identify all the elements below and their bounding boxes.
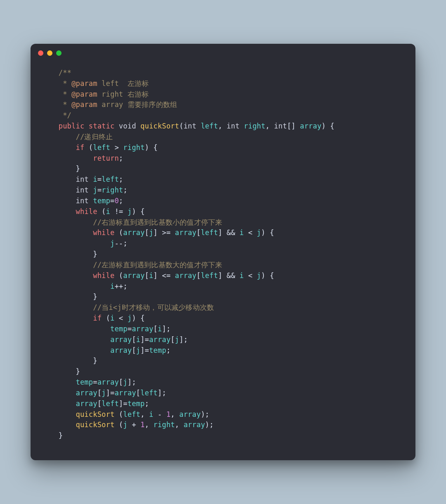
code-token: left: [201, 122, 218, 130]
code-line: temp=array[i];: [41, 325, 171, 333]
code-token: //右游标直到遇到比基数小的值才停下来: [93, 218, 222, 226]
code-line: array[i]=array[j];: [41, 335, 188, 344]
code-token: ;: [145, 399, 149, 408]
code-line: public static void quickSort(int left, i…: [41, 122, 334, 130]
code-token: i: [240, 228, 244, 237]
code-token: ;: [123, 186, 127, 194]
code-line: * @param array 需要排序的数组: [41, 100, 177, 109]
code-token: [41, 261, 93, 269]
code-token: [41, 154, 93, 162]
code-token: ) {: [261, 271, 274, 280]
code-token: i: [110, 314, 114, 322]
code-token: left: [201, 228, 218, 237]
code-line: array[left]=temp;: [41, 399, 149, 408]
code-token: ];: [158, 389, 166, 397]
code-token: [: [119, 378, 123, 386]
code-token: <: [244, 228, 257, 237]
code-token: i: [136, 335, 140, 344]
code-token: /**: [41, 69, 71, 77]
code-token: j: [257, 228, 261, 237]
code-token: [41, 133, 76, 141]
code-line: * @param left 左游标: [41, 79, 149, 88]
code-line: array[j]=temp;: [41, 346, 171, 354]
code-token: j: [149, 228, 153, 237]
code-token: [89, 175, 93, 183]
code-token: @param: [71, 100, 97, 109]
code-token: int: [227, 122, 240, 130]
code-token: int: [76, 186, 88, 194]
code-line: int i=left;: [41, 175, 123, 183]
code-token: =: [93, 378, 97, 386]
code-token: );: [201, 410, 209, 418]
code-token: -: [153, 410, 166, 418]
code-editor[interactable]: /** * @param left 左游标 * @param right 右游标…: [31, 62, 415, 460]
code-token: [197, 122, 201, 130]
code-line: * @param right 右游标: [41, 90, 149, 98]
code-token: *: [41, 90, 71, 98]
code-token: [41, 218, 93, 226]
code-token: [41, 378, 76, 386]
code-line: while (array[i] <= array[left] && i < j)…: [41, 271, 274, 280]
code-token: !=: [110, 207, 128, 216]
code-token: ] &&: [218, 228, 240, 237]
code-token: []: [287, 122, 300, 130]
code-token: [114, 122, 119, 130]
code-token: j: [128, 314, 132, 322]
code-line: quickSort (left, i - 1, array);: [41, 410, 209, 418]
code-token: j: [123, 378, 127, 386]
code-token: 0: [114, 197, 119, 205]
close-icon[interactable]: [38, 50, 43, 56]
code-token: array: [110, 346, 132, 354]
code-token: ,: [145, 421, 153, 429]
code-line: */: [41, 111, 71, 119]
code-token: static: [89, 122, 115, 130]
code-line: array[j]=array[left];: [41, 389, 166, 397]
code-token: (: [114, 410, 123, 418]
code-token: ) {: [132, 207, 145, 216]
code-token: (: [84, 143, 93, 152]
code-token: ) {: [261, 228, 274, 237]
code-token: right: [153, 421, 175, 429]
code-token: [41, 239, 110, 247]
code-token: =: [128, 325, 132, 333]
code-token: ,: [140, 410, 149, 418]
code-token: left: [201, 271, 218, 280]
code-token: <: [114, 314, 127, 322]
code-token: ] &&: [218, 271, 240, 280]
code-token: [89, 197, 93, 205]
code-token: ];: [128, 378, 136, 386]
code-token: temp: [93, 197, 110, 205]
code-token: ,: [171, 410, 179, 418]
code-window: /** * @param left 左游标 * @param right 右游标…: [31, 44, 415, 460]
code-token: right: [102, 186, 123, 194]
code-token: //递归终止: [76, 133, 113, 141]
code-token: i: [240, 271, 244, 280]
code-token: ]=: [140, 335, 149, 344]
code-token: @param: [71, 90, 97, 98]
code-token: array: [114, 389, 136, 397]
code-token: =: [97, 186, 102, 194]
code-token: (: [102, 314, 110, 322]
zoom-icon[interactable]: [56, 50, 62, 56]
code-token: array 需要排序的数组: [97, 100, 177, 109]
code-token: (: [114, 421, 123, 429]
code-token: }: [41, 357, 97, 365]
code-token: array: [175, 271, 197, 280]
code-token: [: [132, 346, 136, 354]
code-line: if (left > right) {: [41, 143, 158, 152]
code-token: [136, 122, 140, 130]
code-token: [41, 122, 59, 130]
code-token: ,: [266, 122, 274, 130]
code-token: i: [158, 325, 162, 333]
code-token: i: [149, 271, 153, 280]
code-token: j: [257, 271, 261, 280]
code-token: ]=: [119, 399, 128, 408]
code-token: }: [41, 292, 97, 301]
code-token: ,: [218, 122, 227, 130]
code-token: >: [110, 143, 123, 152]
code-token: [: [171, 335, 175, 344]
minimize-icon[interactable]: [47, 50, 52, 56]
code-token: [41, 175, 76, 183]
code-token: public: [59, 122, 85, 130]
code-token: [41, 389, 76, 397]
